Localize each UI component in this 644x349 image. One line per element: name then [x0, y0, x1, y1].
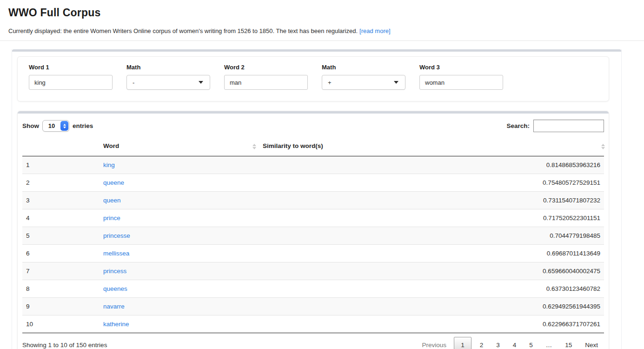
- table-row: 4 prince 0.717520522301151: [22, 209, 604, 227]
- word1-field: Word 1: [29, 64, 113, 90]
- table-row: 10 katherine 0.622966371707261: [22, 315, 604, 333]
- similarity-value: 0.629492561944395: [259, 298, 604, 315]
- similarity-column-label: Similarity to word(s): [263, 142, 323, 149]
- panel-accent-bar: [12, 49, 621, 52]
- similarity-value: 0.81486853963216: [259, 156, 604, 174]
- page-button-15[interactable]: 15: [559, 337, 578, 349]
- row-index: 3: [22, 192, 100, 209]
- similarity-value: 0.659660040002475: [259, 262, 604, 280]
- page-description: Currently displayed: the entire Women Wr…: [8, 27, 636, 34]
- sort-icon[interactable]: [252, 144, 256, 149]
- word-link[interactable]: queene: [103, 179, 124, 186]
- word-column-label: Word: [103, 142, 119, 149]
- page-length-control: Show 10 entries: [22, 120, 93, 132]
- row-index: 7: [22, 262, 100, 280]
- row-index: 5: [22, 227, 100, 245]
- word-link[interactable]: prince: [103, 215, 120, 221]
- row-index: 10: [22, 315, 100, 333]
- math1-label: Math: [126, 64, 210, 71]
- table-footer: Showing 1 to 10 of 150 entries Previous …: [22, 333, 604, 349]
- similarity-value: 0.731154071807232: [259, 192, 604, 209]
- similarity-value: 0.717520522301151: [259, 209, 604, 227]
- table-row: 9 navarre 0.629492561944395: [22, 298, 604, 315]
- word2-label: Word 2: [224, 64, 308, 71]
- search-input[interactable]: [533, 120, 604, 132]
- word2-field: Word 2: [224, 64, 308, 90]
- similarity-value: 0.63730123460782: [259, 280, 604, 298]
- read-more-link[interactable]: [read more]: [359, 27, 390, 34]
- page-button-3[interactable]: 3: [490, 337, 506, 349]
- caret-down-icon: [394, 81, 398, 84]
- search-label: Search:: [506, 122, 530, 129]
- search-control: Search:: [506, 120, 604, 132]
- table-row: 1 king 0.81486853963216: [22, 156, 604, 174]
- page-button-4[interactable]: 4: [507, 337, 523, 349]
- similarity-value: 0.7044779198485: [259, 227, 604, 245]
- page-length-select[interactable]: 10: [42, 120, 69, 132]
- word-algebra-form: Word 1 Math - Word 2 Math +: [17, 56, 609, 101]
- entries-label: entries: [73, 122, 93, 129]
- row-index: 6: [22, 245, 100, 262]
- similarity-value: 0.622966371707261: [259, 315, 604, 333]
- math2-label: Math: [322, 64, 405, 71]
- page-ellipsis: …: [540, 337, 558, 349]
- math1-selected-value: -: [133, 79, 134, 86]
- word1-input[interactable]: [29, 75, 113, 90]
- word3-field: Word 3: [419, 64, 503, 90]
- similarity-value: 0.69687011413649: [259, 245, 604, 262]
- row-index: 8: [22, 280, 100, 298]
- word-link[interactable]: princess: [103, 268, 126, 275]
- previous-page-button[interactable]: Previous: [416, 337, 453, 349]
- page-button-2[interactable]: 2: [474, 337, 490, 349]
- math2-select[interactable]: +: [322, 75, 405, 90]
- word-link[interactable]: katherine: [103, 321, 129, 328]
- column-header-index: [22, 137, 100, 156]
- page-header: WWO Full Corpus Currently displayed: the…: [0, 0, 644, 41]
- column-header-similarity[interactable]: Similarity to word(s): [259, 137, 604, 156]
- word3-label: Word 3: [419, 64, 503, 71]
- word-link[interactable]: princesse: [103, 232, 130, 239]
- page-button-5[interactable]: 5: [523, 337, 539, 349]
- sort-icon[interactable]: [601, 144, 605, 149]
- results-table-card: Show 10 entries Search: Word: [17, 111, 609, 349]
- row-index: 9: [22, 298, 100, 315]
- math1-field: Math -: [126, 64, 210, 90]
- description-text: Currently displayed: the entire Women Wr…: [8, 27, 358, 34]
- table-header-row: Word Similarity to word(s): [22, 137, 604, 156]
- word-link[interactable]: king: [103, 161, 115, 168]
- table-row: 3 queen 0.731154071807232: [22, 192, 604, 209]
- row-index: 1: [22, 156, 100, 174]
- caret-down-icon: [199, 81, 203, 84]
- word-link[interactable]: queen: [103, 197, 121, 204]
- show-label: Show: [22, 122, 39, 129]
- word1-label: Word 1: [29, 64, 113, 71]
- word3-input[interactable]: [419, 75, 503, 90]
- column-header-word[interactable]: Word: [100, 137, 259, 156]
- row-index: 2: [22, 174, 100, 192]
- table-controls: Show 10 entries Search:: [22, 114, 604, 137]
- table-row: 8 queenes 0.63730123460782: [22, 280, 604, 298]
- word-link[interactable]: mellissea: [103, 250, 129, 257]
- stepper-icon: [60, 121, 68, 131]
- word-link[interactable]: queenes: [103, 285, 127, 292]
- table-row: 6 mellissea 0.69687011413649: [22, 245, 604, 262]
- similarity-value: 0.754805727529151: [259, 174, 604, 192]
- next-page-button[interactable]: Next: [579, 337, 604, 349]
- table-row: 2 queene 0.754805727529151: [22, 174, 604, 192]
- page-length-value: 10: [43, 122, 60, 129]
- math2-field: Math +: [322, 64, 405, 90]
- page-title: WWO Full Corpus: [8, 7, 636, 19]
- form-row: Word 1 Math - Word 2 Math +: [29, 64, 598, 90]
- table-row: 5 princesse 0.7044779198485: [22, 227, 604, 245]
- table-info: Showing 1 to 10 of 150 entries: [22, 337, 107, 349]
- word2-input[interactable]: [224, 75, 308, 90]
- results-table: Word Similarity to word(s) 1 king 0.8148…: [22, 137, 604, 333]
- pagination: Previous 1 2 3 4 5 … 15 Next: [415, 337, 604, 349]
- row-index: 4: [22, 209, 100, 227]
- table-row: 7 princess 0.659660040002475: [22, 262, 604, 280]
- page-button-1[interactable]: 1: [454, 337, 471, 349]
- math2-selected-value: +: [328, 79, 332, 86]
- content-panel: Word 1 Math - Word 2 Math +: [12, 49, 622, 349]
- word-link[interactable]: navarre: [103, 303, 125, 310]
- math1-select[interactable]: -: [126, 75, 210, 90]
